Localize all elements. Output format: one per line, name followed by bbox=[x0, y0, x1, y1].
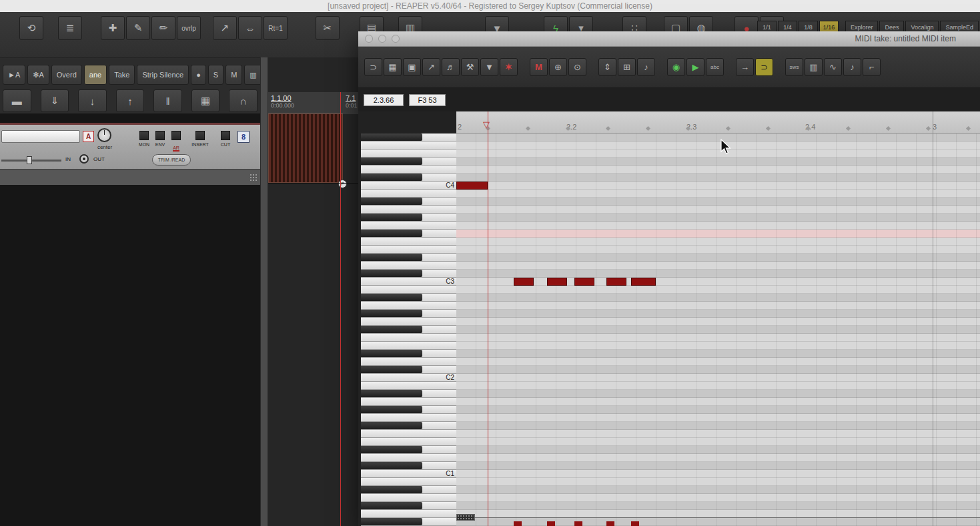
midi-note[interactable] bbox=[514, 278, 534, 286]
track-name-field[interactable] bbox=[1, 130, 80, 143]
loop-item-icon[interactable]: ⊃ bbox=[364, 58, 382, 76]
virtual-keyboard-icon[interactable]: ▦ bbox=[191, 89, 220, 112]
overlap-button[interactable]: ovrlp bbox=[177, 16, 201, 40]
piano-black-key-row[interactable] bbox=[361, 446, 456, 454]
item-properties-badge[interactable]: P bbox=[338, 180, 347, 188]
piano-white-key-row[interactable] bbox=[361, 478, 456, 486]
dock-toggle-icon[interactable]: ⟲ bbox=[19, 16, 43, 40]
move-item-down-icon[interactable]: ↓ bbox=[78, 89, 107, 112]
piano-white-key-row[interactable] bbox=[361, 358, 456, 366]
velocity-stub[interactable] bbox=[606, 521, 614, 526]
piano-white-key-row[interactable] bbox=[361, 150, 456, 158]
piano-black-key-row[interactable] bbox=[361, 214, 456, 222]
piano-white-key-row[interactable] bbox=[361, 262, 456, 270]
tcp-cut-button[interactable] bbox=[221, 131, 230, 140]
tcp-mon-button[interactable] bbox=[139, 131, 149, 140]
piano-black-key-row[interactable] bbox=[361, 198, 456, 206]
advance-cursor-icon[interactable]: → bbox=[736, 58, 754, 76]
piano-black-key-row[interactable] bbox=[361, 294, 456, 302]
cc-record-icon[interactable]: ◉ bbox=[667, 58, 685, 76]
piano-black-key-row[interactable] bbox=[361, 174, 456, 182]
volume-fader-handle[interactable] bbox=[27, 156, 32, 164]
cc-lane-divider[interactable] bbox=[456, 517, 980, 518]
pan-knob[interactable] bbox=[97, 128, 111, 142]
piano-white-key-row[interactable] bbox=[361, 430, 456, 438]
fit-project-icon[interactable]: ⇔ bbox=[238, 16, 262, 40]
midi-editor-titlebar[interactable]: MIDI take: untitled MIDI item bbox=[358, 31, 980, 47]
piano-white-key-row[interactable] bbox=[361, 510, 456, 518]
note-names-icon[interactable]: abc bbox=[706, 58, 724, 76]
dock-editor-icon[interactable]: ▼ bbox=[480, 58, 498, 76]
mute-button[interactable]: M bbox=[225, 65, 242, 85]
move-item-up-icon[interactable]: ↑ bbox=[116, 89, 145, 112]
tcp-env-button[interactable] bbox=[155, 131, 165, 140]
solo-button[interactable]: S bbox=[208, 65, 223, 85]
midi-note[interactable] bbox=[631, 278, 656, 286]
piano-white-key-row[interactable] bbox=[361, 222, 456, 230]
zoom-arrow-icon[interactable]: ↗ bbox=[213, 16, 237, 40]
piano-white-key-row[interactable] bbox=[361, 190, 456, 198]
scissors-icon[interactable]: ✂ bbox=[316, 16, 340, 40]
piano-white-key-row[interactable]: C2 bbox=[361, 374, 456, 382]
piano-white-key-row[interactable] bbox=[361, 342, 456, 350]
record-arm-button[interactable]: A bbox=[83, 131, 94, 142]
piano-black-key-row[interactable] bbox=[361, 406, 456, 414]
mouse-modifier-icon[interactable]: ↗ bbox=[422, 58, 440, 76]
piano-white-key-row[interactable] bbox=[361, 414, 456, 422]
piano-white-key-row[interactable] bbox=[361, 206, 456, 214]
piano-black-key-row[interactable] bbox=[361, 502, 456, 510]
channel-count-button[interactable]: 8 bbox=[237, 131, 250, 143]
loop-toggle-icon[interactable]: ⊃ bbox=[755, 58, 773, 76]
piano-white-key-row[interactable] bbox=[361, 334, 456, 342]
piano-roll-grid[interactable]: 22.22.32.43 ▽ bbox=[456, 111, 980, 526]
piano-black-key-row[interactable] bbox=[361, 270, 456, 278]
velocity-stub[interactable] bbox=[574, 521, 582, 526]
piano-black-key-row[interactable] bbox=[361, 462, 456, 470]
meter-pair-icon[interactable]: ‖ bbox=[153, 89, 182, 112]
position-readout[interactable]: 2.3.66 bbox=[364, 94, 404, 106]
midi-item-striped[interactable]: P bbox=[268, 113, 343, 183]
move-tool-icon[interactable]: ✚ bbox=[101, 16, 125, 40]
sws-zoom-button[interactable]: sws bbox=[785, 58, 803, 76]
save-icon[interactable]: ▣ bbox=[403, 58, 421, 76]
lane-button[interactable]: ane bbox=[84, 65, 107, 85]
quantize-note-icon[interactable]: ♪ bbox=[843, 58, 861, 76]
piano-black-key-row[interactable] bbox=[361, 486, 456, 494]
piano-white-key-row[interactable] bbox=[361, 494, 456, 502]
piano-white-key-row[interactable]: C3 bbox=[361, 278, 456, 286]
piano-white-key-row[interactable] bbox=[361, 318, 456, 326]
arrange-ruler[interactable]: 1.1.00 0:00.000 7.1 0:01 bbox=[268, 92, 358, 113]
piano-white-key-row[interactable] bbox=[361, 246, 456, 254]
midi-note[interactable] bbox=[547, 278, 567, 286]
piano-black-key-row[interactable] bbox=[361, 390, 456, 398]
midi-note[interactable] bbox=[456, 182, 488, 190]
velocity-stub[interactable] bbox=[547, 521, 555, 526]
piano-black-key-row[interactable] bbox=[361, 350, 456, 358]
tcp-resize-grip[interactable] bbox=[250, 174, 258, 182]
piano-white-key-row[interactable] bbox=[361, 142, 456, 150]
zoom-window-icon[interactable] bbox=[392, 35, 400, 43]
piano-white-key-row[interactable]: C4 bbox=[361, 182, 456, 190]
midi-ruler[interactable]: 22.22.32.43 bbox=[456, 111, 980, 134]
overdub-button[interactable]: Overd bbox=[51, 65, 82, 85]
piano-white-key-row[interactable] bbox=[361, 238, 456, 246]
piano-white-key-row[interactable] bbox=[361, 382, 456, 390]
cc-lane-icon[interactable]: ▥ bbox=[805, 58, 823, 76]
input-knob[interactable] bbox=[79, 154, 89, 164]
pencil-draw-icon[interactable]: ✏ bbox=[151, 16, 175, 40]
piano-white-key-row[interactable] bbox=[361, 438, 456, 446]
piano-white-key-row[interactable]: C1 bbox=[361, 470, 456, 478]
strip-silence-button[interactable]: Strip Silence bbox=[137, 65, 189, 85]
arrange-view[interactable]: 1.1.00 0:00.000 7.1 0:01 P bbox=[268, 57, 358, 526]
note-preview-icon[interactable]: ♬ bbox=[442, 58, 460, 76]
notes-layer[interactable] bbox=[456, 134, 980, 526]
velocity-stub[interactable] bbox=[631, 521, 639, 526]
mouse-modifier-a-icon[interactable]: ►A bbox=[3, 65, 25, 85]
piano-white-key-row[interactable] bbox=[361, 454, 456, 462]
tcp-ar-button[interactable] bbox=[171, 131, 181, 140]
piano-black-key-row[interactable] bbox=[361, 422, 456, 430]
rate-button[interactable]: Rt=1 bbox=[264, 16, 288, 40]
minimize-window-icon[interactable] bbox=[378, 35, 386, 43]
automation-mode-button[interactable]: TRIM /READ bbox=[152, 154, 191, 166]
midi-note[interactable] bbox=[606, 278, 626, 286]
